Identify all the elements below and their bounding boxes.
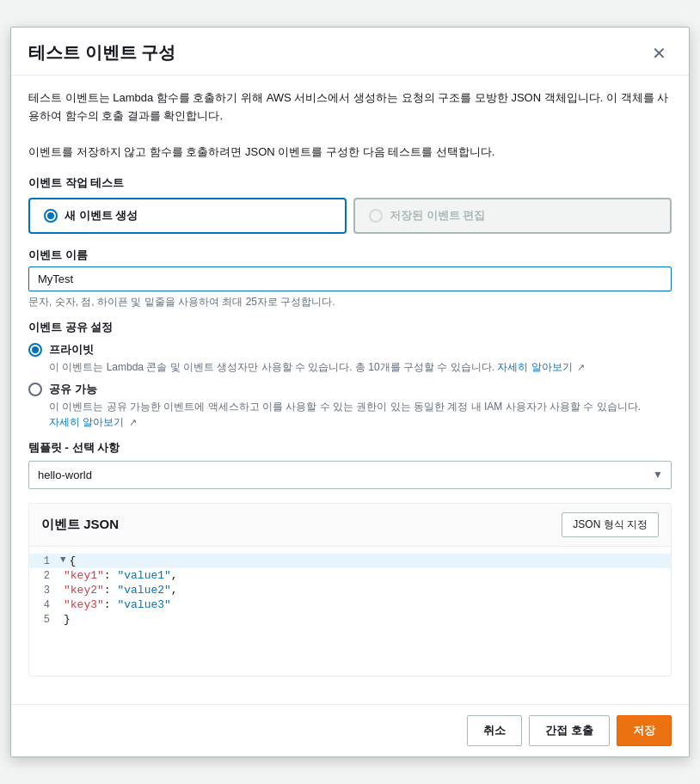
shared-learn-more-link[interactable]: 자세히 알아보기 <box>49 416 124 428</box>
private-title: 프라이빗 <box>49 342 672 358</box>
line-number-5: 5 <box>29 613 60 626</box>
shared-info: 공유 가능 이 이벤트는 공유 가능한 이벤트에 액세스하고 이를 사용할 수 … <box>49 382 672 430</box>
event-action-radio-group: 새 이벤트 생성 저장된 이벤트 편집 <box>28 198 672 234</box>
line-number-2: 2 <box>29 569 60 582</box>
shared-option[interactable]: 공유 가능 이 이벤트는 공유 가능한 이벤트에 액세스하고 이를 사용할 수 … <box>28 382 672 430</box>
line-number-4: 4 <box>29 598 60 611</box>
saved-event-label: 저장된 이벤트 편집 <box>390 208 485 224</box>
shared-radio[interactable] <box>28 383 42 396</box>
shared-desc: 이 이벤트는 공유 가능한 이벤트에 액세스하고 이를 사용할 수 있는 권한이… <box>49 399 672 430</box>
event-name-input[interactable] <box>28 266 672 291</box>
close-button[interactable]: ✕ <box>647 43 672 64</box>
cancel-button[interactable]: 취소 <box>467 715 522 746</box>
description-text: 테스트 이벤트는 Lambda 함수를 호출하기 위해 AWS 서비스에서 생성… <box>28 89 672 161</box>
private-option[interactable]: 프라이빗 이 이벤트는 Lambda 콘솔 및 이벤트 생성자만 사용할 수 있… <box>28 342 672 375</box>
line-fold-1[interactable]: ▼ <box>60 554 66 567</box>
template-label: 템플릿 - 선택 사항 <box>28 440 672 456</box>
json-editor[interactable]: 1 ▼ { 2 "key1": "value1", 3 "key2": "val… <box>29 547 671 676</box>
sharing-section: 프라이빗 이 이벤트는 Lambda 콘솔 및 이벤트 생성자만 사용할 수 있… <box>28 342 672 430</box>
saved-event-radio-circle <box>369 209 383 223</box>
line-number-1: 1 <box>29 554 60 567</box>
modal-container: 테스트 이벤트 구성 ✕ 테스트 이벤트는 Lambda 함수를 호출하기 위해… <box>10 27 690 756</box>
private-learn-more-link[interactable]: 자세히 알아보기 <box>497 361 572 373</box>
private-ext-icon: ↗ <box>577 360 585 375</box>
private-radio[interactable] <box>28 343 42 357</box>
json-line-3: 3 "key2": "value2", <box>29 583 671 597</box>
json-line-4: 4 "key3": "value3" <box>29 597 671 612</box>
new-event-option[interactable]: 새 이벤트 생성 <box>28 198 347 234</box>
new-event-radio-circle <box>44 209 58 223</box>
shared-title: 공유 가능 <box>49 382 672 397</box>
line-content-1: { <box>70 554 77 567</box>
modal-title: 테스트 이벤트 구성 <box>28 41 175 64</box>
event-name-label: 이벤트 이름 <box>28 248 672 263</box>
json-header: 이벤트 JSON JSON 형식 지정 <box>29 504 671 547</box>
json-format-button[interactable]: JSON 형식 지정 <box>562 512 659 537</box>
private-desc: 이 이벤트는 Lambda 콘솔 및 이벤트 생성자만 사용할 수 있습니다. … <box>49 359 672 375</box>
saved-event-option[interactable]: 저장된 이벤트 편집 <box>353 198 672 234</box>
modal-footer: 취소 간접 호출 저장 <box>11 704 689 756</box>
template-select-wrapper: hello-world microservice-http-endpoint s… <box>28 461 672 489</box>
save-button[interactable]: 저장 <box>617 715 672 746</box>
json-line-2: 2 "key1": "value1", <box>29 568 671 583</box>
sharing-label: 이벤트 공유 설정 <box>28 320 672 335</box>
line-content-2: "key1": "value1", <box>64 569 178 582</box>
line-content-4: "key3": "value3" <box>64 598 171 611</box>
json-section: 이벤트 JSON JSON 형식 지정 1 ▼ { 2 "key1": "val… <box>28 503 672 677</box>
json-line-1: 1 ▼ { <box>29 554 671 568</box>
indirect-call-button[interactable]: 간접 호출 <box>529 715 610 746</box>
json-line-5: 5 } <box>29 612 671 627</box>
line-number-3: 3 <box>29 584 60 597</box>
json-title: 이벤트 JSON <box>41 517 119 533</box>
private-info: 프라이빗 이 이벤트는 Lambda 콘솔 및 이벤트 생성자만 사용할 수 있… <box>49 342 672 375</box>
event-name-hint: 문자, 숫자, 점, 하이픈 및 밑줄을 사용하여 최대 25자로 구성합니다. <box>28 295 672 309</box>
template-select[interactable]: hello-world microservice-http-endpoint s… <box>28 461 672 489</box>
line-content-5: } <box>64 613 71 626</box>
shared-ext-icon: ↗ <box>129 415 137 430</box>
line-content-3: "key2": "value2", <box>64 584 178 597</box>
action-test-label: 이벤트 작업 테스트 <box>28 175 672 191</box>
modal-header: 테스트 이벤트 구성 ✕ <box>11 28 689 76</box>
new-event-label: 새 이벤트 생성 <box>64 208 138 224</box>
modal-body: 테스트 이벤트는 Lambda 함수를 호출하기 위해 AWS 서비스에서 생성… <box>11 76 689 703</box>
